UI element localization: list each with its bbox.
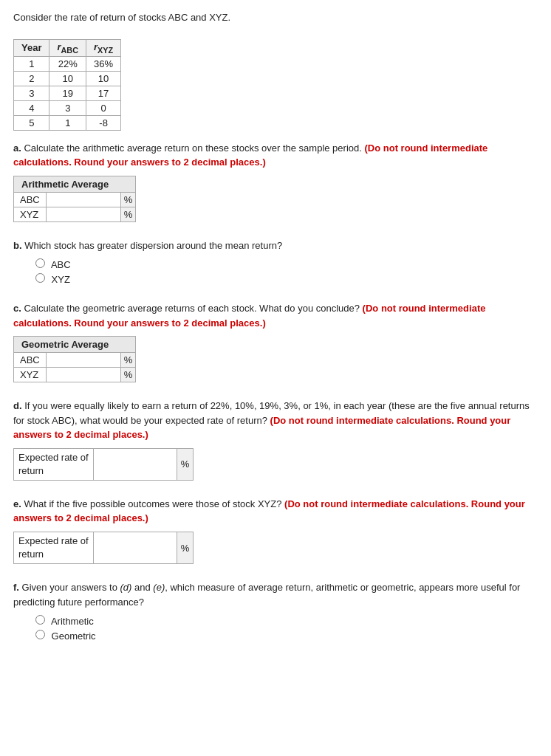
data-table-row: 4 3 0 (14, 100, 121, 115)
radio-arithmetic[interactable] (35, 615, 45, 625)
cell-xyz: 10 (86, 71, 121, 86)
part-f-option-geometric[interactable]: Geometric (35, 630, 538, 642)
col-year: Year (14, 40, 49, 57)
cell-abc: 22% (49, 56, 86, 71)
part-b: b. Which stock has greater dispersion ar… (13, 238, 538, 286)
geometric-avg-table: Geometric Average ABC % XYZ % (13, 336, 136, 382)
geometric-avg-input-cell[interactable] (46, 353, 120, 368)
cell-abc: 1 (49, 115, 86, 130)
part-b-options: ABC XYZ (35, 258, 538, 285)
expected-rate-e-table: Expected rate ofreturn % (13, 532, 194, 564)
arithmetic-avg-row: XYZ % (14, 207, 136, 221)
geometric-avg-row: XYZ % (14, 368, 136, 382)
part-d-note: (Do not round intermediate calculations.… (13, 415, 510, 441)
arithmetic-avg-row: ABC % (14, 192, 136, 207)
part-f-label: f. (13, 582, 19, 593)
expected-rate-d-input-cell[interactable] (93, 448, 177, 480)
radio-geometric[interactable] (35, 630, 45, 639)
part-e-note: (Do not round intermediate calculations.… (13, 498, 525, 524)
intro-text: Consider the rate of return of stocks AB… (13, 12, 538, 23)
expected-rate-d-label: Expected rate ofreturn (14, 448, 94, 480)
part-b-option-xyz[interactable]: XYZ (35, 273, 538, 285)
arithmetic-avg-input-cell[interactable] (46, 192, 120, 207)
arithmetic-avg-input-cell[interactable] (46, 207, 120, 221)
geometric-avg-input-abc[interactable] (47, 353, 120, 367)
part-f-option-arithmetic[interactable]: Arithmetic (35, 615, 538, 627)
geometric-avg-pct: % (120, 368, 136, 382)
part-d-label: d. (13, 400, 22, 411)
part-a-note: (Do not round intermediate calculations.… (13, 142, 487, 168)
cell-abc: 19 (49, 86, 86, 100)
geometric-avg-input-cell[interactable] (46, 368, 120, 382)
expected-rate-e-pct: % (177, 532, 194, 563)
cell-xyz: 17 (86, 86, 121, 100)
arithmetic-avg-input-abc[interactable] (47, 193, 120, 207)
cell-xyz: 36% (86, 56, 121, 71)
expected-rate-d-pct: % (177, 448, 194, 480)
data-table-row: 2 10 10 (14, 71, 121, 86)
part-c-question: c. Calculate the geometric average retur… (13, 301, 538, 330)
part-b-option-abc[interactable]: ABC (35, 258, 538, 270)
geometric-avg-input-xyz[interactable] (47, 368, 120, 382)
geometric-avg-stock-label: XYZ (14, 368, 47, 382)
part-d: d. If you were equally likely to earn a … (13, 399, 538, 481)
geometric-avg-pct: % (120, 353, 136, 368)
cell-year: 1 (14, 56, 49, 71)
part-b-label: b. (13, 240, 22, 251)
part-c: c. Calculate the geometric average retur… (13, 301, 538, 382)
part-a-label: a. (13, 142, 21, 154)
arithmetic-avg-pct: % (120, 192, 136, 207)
expected-rate-e-label: Expected rate ofreturn (14, 532, 94, 563)
geometric-avg-stock-label: ABC (14, 353, 47, 368)
part-f-question: f. Given your answers to (d) and (e), wh… (13, 580, 538, 609)
col-abc: rABC (49, 40, 86, 57)
part-c-note: (Do not round intermediate calculations.… (13, 303, 485, 329)
col-xyz: rXYZ (86, 40, 121, 57)
cell-abc: 10 (49, 71, 86, 86)
radio-abc[interactable] (35, 258, 45, 268)
part-f: f. Given your answers to (d) and (e), wh… (13, 580, 538, 642)
arithmetic-avg-stock-label: ABC (14, 192, 47, 207)
part-e-label: e. (13, 498, 21, 509)
data-table-row: 5 1 -8 (14, 115, 121, 130)
part-e: e. What if the five possible outcomes we… (13, 497, 538, 564)
data-table-row: 3 19 17 (14, 86, 121, 100)
part-a-question: a. Calculate the arithmetic average retu… (13, 141, 538, 170)
geometric-avg-row: ABC % (14, 353, 136, 368)
arithmetic-avg-header: Arithmetic Average (14, 176, 136, 192)
expected-rate-e-input[interactable] (98, 541, 172, 555)
intro-sentence: Consider the rate of return of stocks AB… (13, 12, 230, 23)
cell-xyz: -8 (86, 115, 121, 130)
cell-year: 2 (14, 71, 49, 86)
cell-year: 4 (14, 100, 49, 115)
arithmetic-avg-stock-label: XYZ (14, 207, 47, 221)
expected-rate-e-input-cell[interactable] (93, 532, 177, 563)
data-table: Year rABC rXYZ 1 22% 36% 2 10 10 3 19 17… (13, 39, 121, 131)
cell-abc: 3 (49, 100, 86, 115)
cell-year: 5 (14, 115, 49, 130)
arithmetic-avg-input-xyz[interactable] (47, 207, 120, 221)
arithmetic-avg-table: Arithmetic Average ABC % XYZ % (13, 176, 136, 222)
part-a: a. Calculate the arithmetic average retu… (13, 141, 538, 222)
part-b-question: b. Which stock has greater dispersion ar… (13, 238, 538, 253)
expected-rate-d-input[interactable] (98, 457, 172, 471)
cell-year: 3 (14, 86, 49, 100)
data-table-row: 1 22% 36% (14, 56, 121, 71)
cell-xyz: 0 (86, 100, 121, 115)
geometric-avg-header: Geometric Average (14, 337, 136, 353)
radio-xyz[interactable] (35, 273, 45, 283)
part-c-label: c. (13, 303, 21, 314)
part-e-question: e. What if the five possible outcomes we… (13, 497, 538, 526)
part-d-question: d. If you were equally likely to earn a … (13, 399, 538, 442)
part-f-options: Arithmetic Geometric (35, 615, 538, 642)
expected-rate-d-table: Expected rate ofreturn % (13, 448, 194, 481)
arithmetic-avg-pct: % (120, 207, 136, 221)
